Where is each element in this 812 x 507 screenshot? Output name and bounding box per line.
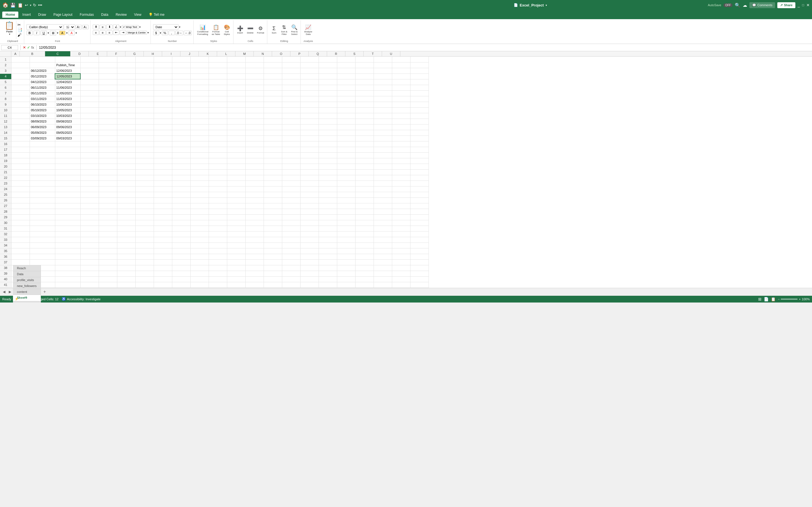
spreadsheet-cell[interactable] (117, 231, 135, 237)
spreadsheet-cell[interactable] (282, 203, 300, 209)
spreadsheet-cell[interactable] (410, 124, 428, 130)
spreadsheet-cell[interactable] (117, 248, 135, 254)
spreadsheet-cell[interactable] (319, 73, 337, 79)
spreadsheet-cell[interactable] (99, 124, 117, 130)
spreadsheet-cell[interactable] (55, 226, 80, 231)
spreadsheet-cell[interactable] (190, 85, 209, 91)
spreadsheet-cell[interactable] (319, 260, 337, 265)
spreadsheet-cell[interactable] (227, 248, 245, 254)
spreadsheet-cell[interactable] (355, 237, 373, 242)
spreadsheet-cell[interactable] (11, 79, 30, 85)
spreadsheet-cell[interactable] (209, 57, 227, 62)
spreadsheet-cell[interactable] (337, 254, 355, 260)
spreadsheet-cell[interactable] (55, 158, 80, 164)
spreadsheet-cell[interactable] (190, 119, 209, 124)
spreadsheet-cell[interactable] (245, 57, 264, 62)
spreadsheet-cell[interactable] (264, 248, 282, 254)
spreadsheet-cell[interactable] (227, 186, 245, 192)
spreadsheet-cell[interactable] (392, 186, 410, 192)
spreadsheet-cell[interactable] (392, 220, 410, 226)
spreadsheet-cell[interactable]: 10/05/2023 (55, 107, 80, 113)
spreadsheet-cell[interactable] (300, 91, 319, 96)
spreadsheet-cell[interactable] (80, 130, 99, 135)
col-header-l[interactable]: L (217, 51, 236, 56)
spreadsheet-cell[interactable]: 09/06/2023 (55, 124, 80, 130)
spreadsheet-cell[interactable] (135, 186, 154, 192)
spreadsheet-cell[interactable] (300, 192, 319, 198)
spreadsheet-cell[interactable] (80, 186, 99, 192)
spreadsheet-cell[interactable] (117, 73, 135, 79)
spreadsheet-cell[interactable] (282, 107, 300, 113)
spreadsheet-cell[interactable] (135, 79, 154, 85)
col-header-f[interactable]: F (107, 51, 125, 56)
spreadsheet-cell[interactable] (227, 260, 245, 265)
spreadsheet-cell[interactable] (355, 192, 373, 198)
spreadsheet-cell[interactable] (11, 192, 30, 198)
spreadsheet-cell[interactable]: 08/09/2023 (30, 119, 55, 124)
spreadsheet-cell[interactable] (172, 220, 190, 226)
spreadsheet-cell[interactable]: 06/11/2023 (30, 85, 55, 91)
spreadsheet-cell[interactable] (410, 192, 428, 198)
decrease-font-button[interactable]: A↓ (82, 25, 89, 29)
spreadsheet-cell[interactable] (154, 119, 172, 124)
spreadsheet-cell[interactable] (319, 62, 337, 68)
spreadsheet-cell[interactable] (190, 186, 209, 192)
font-color-dropdown[interactable]: ▾ (75, 32, 77, 34)
file-name[interactable]: Excel_Project (520, 3, 544, 7)
spreadsheet-cell[interactable] (55, 242, 80, 248)
spreadsheet-cell[interactable] (154, 186, 172, 192)
spreadsheet-cell[interactable] (337, 271, 355, 276)
spreadsheet-cell[interactable] (392, 164, 410, 169)
spreadsheet-cell[interactable] (135, 85, 154, 91)
spreadsheet-cell[interactable] (135, 124, 154, 130)
col-header-h[interactable]: H (144, 51, 162, 56)
spreadsheet-cell[interactable]: 06/09/2023 (30, 124, 55, 130)
spreadsheet-cell[interactable] (117, 147, 135, 152)
col-header-k[interactable]: K (199, 51, 217, 56)
spreadsheet-cell[interactable] (135, 192, 154, 198)
spreadsheet-cell[interactable] (410, 130, 428, 135)
spreadsheet-cell[interactable] (392, 282, 410, 288)
spreadsheet-cell[interactable] (373, 260, 392, 265)
spreadsheet-cell[interactable] (264, 276, 282, 282)
spreadsheet-cell[interactable] (264, 135, 282, 141)
spreadsheet-cell[interactable] (392, 198, 410, 203)
spreadsheet-cell[interactable] (337, 276, 355, 282)
spreadsheet-cell[interactable] (117, 135, 135, 141)
spreadsheet-cell[interactable] (55, 254, 80, 260)
spreadsheet-cell[interactable] (55, 180, 80, 186)
tab-formulas[interactable]: Formulas (77, 11, 97, 18)
spreadsheet-cell[interactable] (11, 113, 30, 119)
spreadsheet-cell[interactable] (135, 135, 154, 141)
spreadsheet-cell[interactable] (373, 119, 392, 124)
spreadsheet-cell[interactable] (117, 124, 135, 130)
spreadsheet-cell[interactable] (373, 276, 392, 282)
spreadsheet-cell[interactable] (172, 152, 190, 158)
spreadsheet-cell[interactable] (227, 141, 245, 147)
spreadsheet-cell[interactable] (355, 79, 373, 85)
spreadsheet-cell[interactable] (319, 135, 337, 141)
spreadsheet-cell[interactable] (80, 73, 99, 79)
spreadsheet-cell[interactable] (172, 265, 190, 271)
spreadsheet-cell[interactable] (373, 73, 392, 79)
spreadsheet-cell[interactable]: 06/12/2023 (30, 68, 55, 73)
spreadsheet-cell[interactable] (227, 276, 245, 282)
spreadsheet-cell[interactable] (11, 198, 30, 203)
spreadsheet-cell[interactable] (245, 254, 264, 260)
spreadsheet-cell[interactable] (264, 73, 282, 79)
spreadsheet-cell[interactable] (80, 152, 99, 158)
zoom-slider[interactable] (781, 298, 798, 300)
spreadsheet-cell[interactable] (30, 248, 55, 254)
spreadsheet-cell[interactable] (117, 282, 135, 288)
spreadsheet-cell[interactable] (300, 73, 319, 79)
spreadsheet-cell[interactable] (337, 164, 355, 169)
spreadsheet-cell[interactable] (337, 113, 355, 119)
spreadsheet-cell[interactable] (80, 79, 99, 85)
spreadsheet-cell[interactable] (154, 68, 172, 73)
redo-icon[interactable]: ↻ (33, 3, 36, 7)
spreadsheet-cell[interactable] (80, 169, 99, 175)
spreadsheet-cell[interactable] (264, 260, 282, 265)
spreadsheet-cell[interactable] (245, 276, 264, 282)
spreadsheet-cell[interactable] (117, 192, 135, 198)
spreadsheet-cell[interactable] (154, 73, 172, 79)
